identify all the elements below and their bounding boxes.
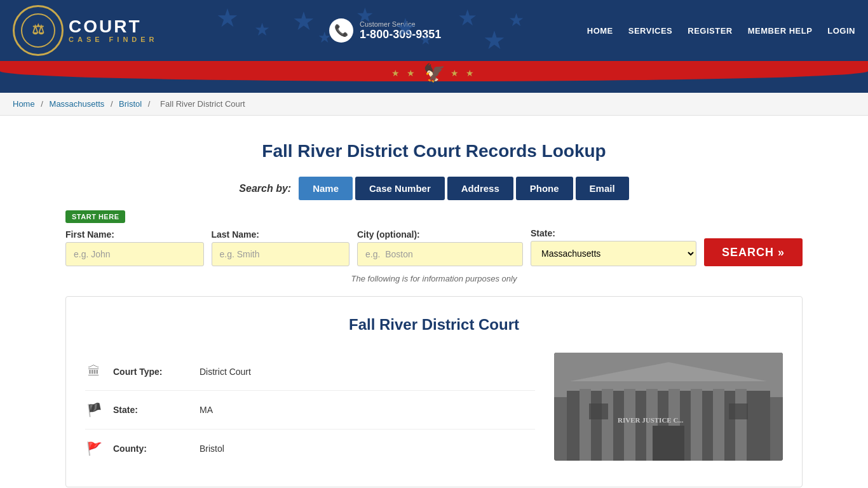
breadcrumb-home[interactable]: Home <box>13 99 35 109</box>
svg-rect-11 <box>713 384 724 461</box>
search-form-area: START HERE First Name: Last Name: City (… <box>65 210 803 266</box>
svg-rect-5 <box>580 384 591 461</box>
form-row: First Name: Last Name: City (optional): … <box>65 228 803 266</box>
first-name-input[interactable] <box>65 242 204 266</box>
customer-service-area: 📞 Customer Service 1-800-309-9351 <box>329 18 441 43</box>
nav-services[interactable]: SERVICES <box>628 26 673 36</box>
logo-subtitle-text: CASE FINDER <box>69 36 158 43</box>
court-type-label: Court Type: <box>113 367 189 377</box>
city-label: City (optional): <box>357 229 523 240</box>
main-content: Fall River District Court Records Lookup… <box>53 116 815 488</box>
state-detail-label: State: <box>113 405 189 415</box>
state-label: State: <box>531 228 696 238</box>
location-icon: 🚩 <box>85 441 103 456</box>
logo-emblem: ⚖ <box>13 5 64 56</box>
svg-rect-17 <box>589 403 608 419</box>
court-info-section: Fall River District Court 🏛 Court Type: … <box>65 296 803 487</box>
breadcrumb-sep-2: / <box>111 99 115 109</box>
city-group: City (optional): <box>357 229 523 266</box>
nav-home[interactable]: HOME <box>587 26 613 36</box>
court-building-image: RIVER JUSTICE C... <box>554 353 783 461</box>
court-type-value: District Court <box>200 367 251 377</box>
nav-login[interactable]: LOGIN <box>827 26 855 36</box>
state-detail-value: MA <box>200 405 213 415</box>
tab-address[interactable]: Address <box>447 177 513 200</box>
tab-email[interactable]: Email <box>576 177 629 200</box>
svg-rect-16 <box>653 426 684 461</box>
nav-member-help[interactable]: MEMBER HELP <box>748 26 813 36</box>
search-button-label: SEARCH » <box>722 246 785 259</box>
state-select[interactable]: Massachusetts Alabama Alaska Arizona Cal… <box>531 241 696 266</box>
star-decoration: ★ <box>216 3 239 32</box>
tab-case-number[interactable]: Case Number <box>355 177 445 200</box>
star-decoration: ★ <box>458 5 477 30</box>
nav-register[interactable]: REGISTER <box>688 26 732 36</box>
star-decoration: ★ <box>292 6 315 36</box>
star-decoration: ★ <box>254 19 270 40</box>
customer-service-phone: 1-800-309-9351 <box>360 28 441 41</box>
breadcrumb-sep-3: / <box>148 99 153 109</box>
ribbon-eagle-area: ★ ★ 🦅 ★ ★ <box>391 62 477 83</box>
search-by-label: Search by: <box>239 183 291 194</box>
customer-service-label: Customer Service <box>360 20 441 28</box>
breadcrumb-massachusetts[interactable]: Massachusetts <box>50 99 105 109</box>
info-note: The following is for information purpose… <box>65 274 803 283</box>
star-decoration: ★ <box>483 25 506 55</box>
tab-name[interactable]: Name <box>299 177 353 200</box>
customer-service-info: Customer Service 1-800-309-9351 <box>360 20 441 41</box>
svg-text:RIVER JUSTICE C...: RIVER JUSTICE C... <box>618 416 684 424</box>
logo-court-text: COURT <box>69 18 158 36</box>
logo-svg: ⚖ <box>20 13 56 48</box>
first-name-group: First Name: <box>65 229 204 266</box>
svg-rect-10 <box>691 384 702 461</box>
search-button[interactable]: SEARCH » <box>704 238 803 266</box>
county-value: Bristol <box>200 444 224 454</box>
last-name-group: Last Name: <box>212 229 350 266</box>
svg-text:⚖: ⚖ <box>32 22 44 37</box>
state-group: State: Massachusetts Alabama Alaska Ariz… <box>531 228 696 266</box>
breadcrumb: Home / Massachusetts / Bristol / Fall Ri… <box>0 93 868 116</box>
svg-rect-12 <box>735 384 747 461</box>
search-by-row: Search by: Name Case Number Address Phon… <box>65 177 803 200</box>
court-details-row: 🏛 Court Type: District Court 🏴 State: MA… <box>85 353 783 468</box>
building-svg: RIVER JUSTICE C... <box>554 353 783 461</box>
last-name-label: Last Name: <box>212 229 350 240</box>
flag-icon: 🏴 <box>85 402 103 417</box>
court-details-left: 🏛 Court Type: District Court 🏴 State: MA… <box>85 353 535 468</box>
ribbon-stars-right: ★ ★ <box>451 68 477 78</box>
breadcrumb-bristol[interactable]: Bristol <box>119 99 142 109</box>
star-decoration: ★ <box>508 10 524 30</box>
first-name-label: First Name: <box>65 229 204 240</box>
svg-rect-6 <box>602 384 613 461</box>
building-icon: 🏛 <box>85 364 103 379</box>
header-ribbon: ★ ★ 🦅 ★ ★ <box>0 61 868 93</box>
svg-rect-18 <box>729 403 748 419</box>
site-header: ★ ★ ★ ★ ★ ★ ★ ★ ★ ★ ⚖ COURT CASE FINDER … <box>0 0 868 61</box>
court-state-item: 🏴 State: MA <box>85 391 535 430</box>
last-name-input[interactable] <box>212 242 350 266</box>
main-nav: HOME SERVICES REGISTER MEMBER HELP LOGIN <box>587 26 855 36</box>
page-title: Fall River District Court Records Lookup <box>65 141 803 161</box>
svg-rect-13 <box>570 381 767 389</box>
start-here-badge: START HERE <box>65 210 125 223</box>
court-county-item: 🚩 County: Bristol <box>85 430 535 468</box>
ribbon-stars-left: ★ ★ <box>391 68 418 78</box>
eagle-icon: 🦅 <box>423 62 445 83</box>
logo-text: COURT CASE FINDER <box>69 18 158 43</box>
county-label: County: <box>113 444 189 454</box>
breadcrumb-sep-1: / <box>41 99 45 109</box>
court-type-item: 🏛 Court Type: District Court <box>85 353 535 391</box>
breadcrumb-current: Fall River District Court <box>160 99 245 109</box>
phone-icon: 📞 <box>329 18 353 43</box>
tab-phone[interactable]: Phone <box>516 177 573 200</box>
court-info-title: Fall River District Court <box>85 316 783 334</box>
city-input[interactable] <box>357 242 523 266</box>
site-logo: ⚖ COURT CASE FINDER <box>13 5 158 56</box>
